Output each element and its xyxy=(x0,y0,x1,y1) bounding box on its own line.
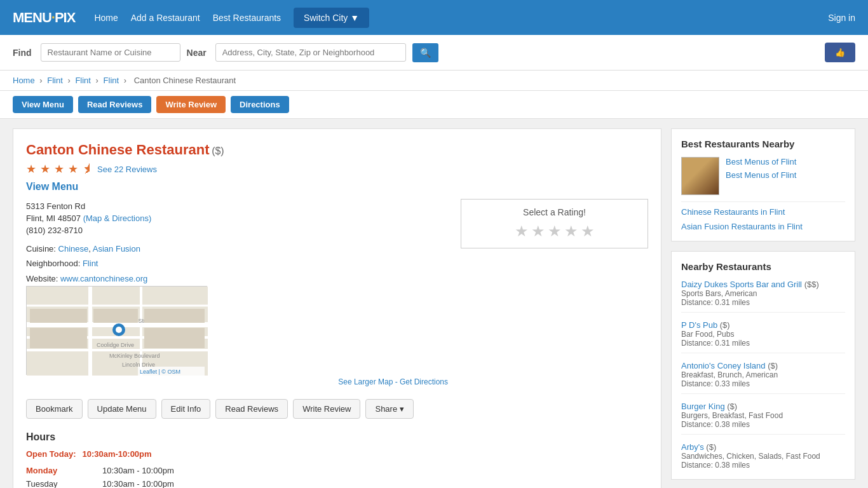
best-restaurants-nearby: Best Menus of Flint Best Menus of Flint xyxy=(681,157,845,195)
directions-button[interactable]: Directions xyxy=(231,96,289,113)
nearby-price: ($) xyxy=(766,361,778,370)
hours-title: Hours xyxy=(26,431,648,443)
nearby-name-link[interactable]: Burger King xyxy=(681,402,725,411)
svg-rect-14 xyxy=(144,309,205,323)
thumbnail-image xyxy=(682,158,719,194)
hours-time: 10:30am - 10:00pm xyxy=(102,477,648,488)
breadcrumb-flint3[interactable]: Flint xyxy=(104,76,119,85)
best-menus-link-1[interactable]: Best Menus of Flint xyxy=(726,157,796,166)
nearby-name: P D's Pub ($) xyxy=(681,320,845,330)
hours-table: Monday10:30am - 10:00pmTuesday10:30am - … xyxy=(26,464,648,488)
nearby-restaurant-item: Daizy Dukes Sports Bar and Grill ($$)Spo… xyxy=(681,280,845,313)
svg-point-17 xyxy=(116,327,122,333)
svg-rect-11 xyxy=(30,309,87,323)
edit-info-button[interactable]: Edit Info xyxy=(161,399,211,419)
reviews-link[interactable]: See 22 Reviews xyxy=(97,165,157,174)
update-menu-button[interactable]: Update Menu xyxy=(88,399,156,419)
breadcrumb-flint2[interactable]: Flint xyxy=(75,76,91,85)
switch-city-button[interactable]: Switch City ▼ xyxy=(294,8,369,28)
nearby-name-link[interactable]: Antonio's Coney Island xyxy=(681,361,766,370)
nearby-name: Arby's ($) xyxy=(681,442,845,452)
nearby-name: Burger King ($) xyxy=(681,402,845,411)
best-menus-link-2[interactable]: Best Menus of Flint xyxy=(726,170,796,180)
nearby-price: ($$) xyxy=(802,280,819,289)
content-area: Canton Chinese Restaurant ($) ★ ★ ★ ★ ⯨ … xyxy=(13,128,661,488)
nearby-name-link[interactable]: Daizy Dukes Sports Bar and Grill xyxy=(681,280,802,289)
stars-row: ★ ★ ★ ★ ⯨ See 22 Reviews xyxy=(26,162,648,176)
star-half: ⯨ xyxy=(82,163,93,176)
nearby-distance: Distance: 0.33 miles xyxy=(681,379,845,388)
content-inner: 5313 Fenton Rd Flint, MI 48507 (Map & Di… xyxy=(26,199,648,386)
search-input[interactable] xyxy=(41,43,180,62)
rating-title: Select a Rating! xyxy=(469,207,640,217)
asian-fusion-link[interactable]: Asian Fusion Restaurants in Flint xyxy=(681,222,845,231)
rating-star-4[interactable]: ★ xyxy=(564,222,578,240)
rating-star-3[interactable]: ★ xyxy=(548,222,562,240)
map-larger-link[interactable]: See Larger Map - Get Directions xyxy=(338,377,448,386)
chinese-restaurants-link[interactable]: Chinese Restaurants in Flint xyxy=(681,207,845,217)
search-button[interactable]: 🔍 xyxy=(412,43,438,62)
cuisine-row: Cuisine: Chinese, Asian Fusion xyxy=(26,241,448,256)
nearby-name-link[interactable]: Arby's xyxy=(681,442,704,452)
rating-stars: ★ ★ ★ ★ ★ xyxy=(469,222,640,240)
header: MENU·PIX Home Add a Restaurant Best Rest… xyxy=(0,0,868,35)
nearby-price: ($) xyxy=(725,402,738,411)
map-link[interactable]: (Map & Directions) xyxy=(83,214,152,223)
svg-text:McKinley Boulevard: McKinley Boulevard xyxy=(109,353,160,359)
breadcrumb: Home › Flint › Flint › Flint › Canton Ch… xyxy=(0,71,868,91)
nav-home[interactable]: Home xyxy=(94,13,118,23)
breadcrumb-separator: › xyxy=(39,76,44,85)
rating-star-2[interactable]: ★ xyxy=(531,222,545,240)
nav-best-restaurants[interactable]: Best Restaurants xyxy=(213,13,281,23)
hours-time: 10:30am - 10:00pm xyxy=(102,464,648,477)
action-buttons: View Menu Read Reviews Write Review Dire… xyxy=(0,91,868,119)
breadcrumb-separator4: › xyxy=(124,76,129,85)
view-menu-button[interactable]: View Menu xyxy=(13,96,73,113)
best-links: Best Menus of Flint Best Menus of Flint xyxy=(726,157,796,195)
read-reviews-button[interactable]: Read Reviews xyxy=(78,96,151,113)
rating-star-1[interactable]: ★ xyxy=(515,222,529,240)
near-input[interactable] xyxy=(215,43,406,62)
open-today-time: 10:30am-10:00pm xyxy=(82,449,151,459)
breadcrumb-flint1[interactable]: Flint xyxy=(47,76,63,85)
view-menu-link[interactable]: View Menu xyxy=(26,181,648,193)
nearby-type: Breakfast, Brunch, American xyxy=(681,370,845,379)
cuisine-link-asian[interactable]: Asian Fusion xyxy=(93,244,140,254)
hours-section: Hours Open Today: 10:30am-10:00pm Monday… xyxy=(26,431,648,488)
nav-add-restaurant[interactable]: Add a Restaurant xyxy=(131,13,200,23)
write-review-button[interactable]: Write Review xyxy=(156,96,226,113)
nearby-restaurant-item: Arby's ($)Sandwiches, Chicken, Salads, F… xyxy=(681,442,845,470)
nearby-name: Daizy Dukes Sports Bar and Grill ($$) xyxy=(681,280,845,289)
header-right: Sign in xyxy=(828,13,855,23)
city-state-text: Flint, MI 48507 xyxy=(26,214,81,223)
cuisine-link-chinese[interactable]: Chinese xyxy=(58,244,89,254)
divider xyxy=(681,201,845,202)
sign-in-link[interactable]: Sign in xyxy=(828,13,855,23)
breadcrumb-home[interactable]: Home xyxy=(13,76,35,85)
nearby-name-link[interactable]: P D's Pub xyxy=(681,320,717,330)
nearby-restaurants-card: Nearby Restaurants Daizy Dukes Sports Ba… xyxy=(671,251,855,480)
search-bar: Find Near 🔍 👍 xyxy=(0,35,868,71)
best-nearby-title: Best Restaurants Nearby xyxy=(681,139,845,149)
open-today-label: Open Today: xyxy=(26,449,76,459)
nearby-distance: Distance: 0.38 miles xyxy=(681,461,845,470)
share-button[interactable]: Share ▾ xyxy=(365,399,413,419)
nearby-price: ($) xyxy=(704,442,717,452)
write-review-bottom-button[interactable]: Write Review xyxy=(293,399,360,419)
nearby-distance: Distance: 0.31 miles xyxy=(681,339,845,348)
website-link[interactable]: www.cantonchinese.org xyxy=(60,274,147,283)
nav: Home Add a Restaurant Best Restaurants S… xyxy=(94,8,828,28)
nearby-divider xyxy=(681,312,845,313)
read-reviews-bottom-button[interactable]: Read Reviews xyxy=(215,399,288,419)
rating-star-5[interactable]: ★ xyxy=(581,222,595,240)
sidebar: Best Restaurants Nearby Best Menus of Fl… xyxy=(671,128,855,488)
neighborhood-link[interactable]: Flint xyxy=(83,259,98,268)
breadcrumb-separator2: › xyxy=(67,76,72,85)
facebook-like-button[interactable]: 👍 xyxy=(825,43,855,62)
nearby-price: ($) xyxy=(717,320,730,330)
bookmark-button[interactable]: Bookmark xyxy=(26,399,83,419)
address: 5313 Fenton Rd xyxy=(26,201,448,211)
website-row: Website: www.cantonchinese.org xyxy=(26,271,448,286)
star-3: ★ xyxy=(54,162,64,176)
map-container[interactable]: Windsor Street Coolidge Drive McKinley B… xyxy=(26,286,207,375)
